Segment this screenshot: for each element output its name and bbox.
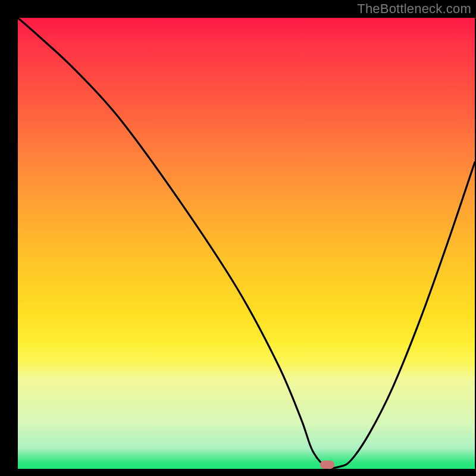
chart-frame: TheBottleneck.com: [0, 0, 476, 476]
watermark-label: TheBottleneck.com: [357, 1, 471, 17]
bottleneck-curve: [18, 18, 475, 469]
curve-path: [18, 18, 475, 468]
optimal-marker: [320, 461, 334, 469]
